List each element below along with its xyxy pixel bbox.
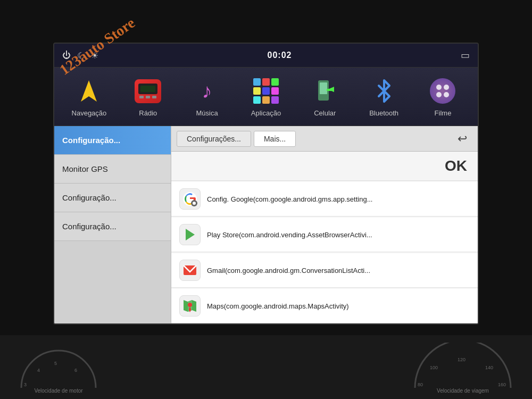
sidebar-item-label-0: Configuração... xyxy=(62,136,120,145)
back-button[interactable]: ↩ xyxy=(452,132,472,146)
sidebar-item-label-2: Configuração... xyxy=(62,193,117,202)
svg-text:6: 6 xyxy=(74,368,77,373)
power-icon: ⏻ xyxy=(62,51,71,60)
app-name-2: Gmail(com.google.android.gm.Conversation… xyxy=(207,267,370,275)
status-bar: ⏻ ☾ ☀ 00:02 ▭ xyxy=(54,44,478,68)
play-store-icon xyxy=(179,224,201,245)
app-name-0: Config. Google(com.google.android.gms.ap… xyxy=(207,195,372,203)
sidebar-item-1[interactable]: Monitor GPS xyxy=(54,155,171,184)
app-name-1: Play Store(com.android.vending.AssetBrow… xyxy=(207,231,372,239)
maps-icon xyxy=(179,295,201,317)
svg-rect-4 xyxy=(327,89,334,91)
ok-button[interactable]: OK xyxy=(445,157,467,174)
nav-label-radio: Rádio xyxy=(139,109,157,117)
nav-item-app[interactable]: Aplicação xyxy=(242,77,290,117)
svg-rect-8 xyxy=(194,201,195,202)
bluetooth-icon xyxy=(369,77,398,106)
sidebar: Configuração... Monitor GPS Configuração… xyxy=(54,126,171,323)
svg-marker-12 xyxy=(186,229,195,240)
sidebar-item-3[interactable]: Configuração... xyxy=(54,212,171,241)
svg-text:120: 120 xyxy=(458,357,466,362)
nav-label-bluetooth: Bluetooth xyxy=(369,109,398,117)
svg-text:140: 140 xyxy=(485,365,493,370)
svg-rect-10 xyxy=(192,203,193,204)
svg-text:160: 160 xyxy=(498,382,506,387)
battery-icon: ▭ xyxy=(461,49,470,61)
moon-icon: ☾ xyxy=(77,51,85,61)
gmail-icon xyxy=(179,260,201,281)
svg-rect-2 xyxy=(320,82,327,94)
nav-item-bluetooth[interactable]: Bluetooth xyxy=(360,77,408,117)
phone-icon xyxy=(310,77,339,106)
svg-text:100: 100 xyxy=(430,365,438,370)
brightness-icon: ☀ xyxy=(91,51,98,61)
svg-text:4: 4 xyxy=(37,368,40,373)
right-panel: Configurações... Mais... ↩ OK xyxy=(171,126,478,323)
right-label: Velocidade de viagem xyxy=(437,388,489,394)
status-icons-left: ⏻ ☾ ☀ xyxy=(62,51,98,61)
nav-bar: Navegação Rádio xyxy=(54,68,478,126)
ok-area: OK xyxy=(171,152,478,181)
google-settings-icon xyxy=(179,188,201,210)
music-icon: ♪ xyxy=(193,77,222,106)
app-icon xyxy=(251,77,280,106)
app-item-0[interactable]: Config. Google(com.google.android.gms.ap… xyxy=(171,182,478,217)
sidebar-item-label-3: Configuração... xyxy=(62,222,117,231)
nav-item-navigation[interactable]: Navegação xyxy=(65,77,113,117)
sidebar-item-0[interactable]: Configuração... xyxy=(54,126,171,155)
nav-item-radio[interactable]: Rádio xyxy=(124,77,172,117)
nav-label-app: Aplicação xyxy=(251,109,281,117)
main-screen: ⏻ ☾ ☀ 00:02 ▭ Navegação xyxy=(53,43,479,325)
app-item-3[interactable]: Maps(com.google.android.maps.MapsActivit… xyxy=(171,289,478,323)
app-item-1[interactable]: Play Store(com.android.vending.AssetBrow… xyxy=(171,218,478,252)
right-speedometer: 80 100 120 140 160 Velocidade de viagem xyxy=(410,343,516,394)
nav-label-music: Música xyxy=(196,109,218,117)
left-speedometer: 3 4 5 6 Velocidade de motor xyxy=(16,343,101,394)
nav-item-phone[interactable]: Celular xyxy=(301,77,349,117)
svg-rect-11 xyxy=(196,203,197,204)
app-name-3: Maps(com.google.android.maps.MapsActivit… xyxy=(207,302,349,310)
film-icon xyxy=(428,77,458,106)
svg-point-16 xyxy=(188,303,192,307)
radio-icon xyxy=(134,77,163,106)
svg-text:80: 80 xyxy=(418,382,423,387)
sidebar-item-2[interactable]: Configuração... xyxy=(54,184,171,212)
svg-text:3: 3 xyxy=(24,382,27,387)
svg-marker-0 xyxy=(81,80,97,102)
nav-item-music[interactable]: ♪ Música xyxy=(183,77,231,117)
app-list: Config. Google(com.google.android.gms.ap… xyxy=(171,181,478,323)
outer-frame: 123auto Store ⏻ ☾ ☀ 00:02 ▭ xyxy=(0,0,532,399)
svg-rect-9 xyxy=(194,205,195,206)
svg-text:5: 5 xyxy=(54,361,57,366)
nav-item-film[interactable]: Filme xyxy=(419,77,467,117)
nav-label-navigation: Navegação xyxy=(72,109,107,117)
navigation-icon xyxy=(74,77,104,106)
nav-label-phone: Celular xyxy=(314,109,336,117)
svg-point-7 xyxy=(193,202,196,205)
tab-configurations[interactable]: Configurações... xyxy=(177,131,251,147)
tabs-bar: Configurações... Mais... ↩ xyxy=(171,126,478,152)
dashboard-area: 3 4 5 6 Velocidade de motor 80 100 120 1… xyxy=(0,335,532,399)
sidebar-item-label-1: Monitor GPS xyxy=(62,164,108,173)
status-time: 00:02 xyxy=(268,51,292,60)
status-right: ▭ xyxy=(461,49,470,61)
tab-mais[interactable]: Mais... xyxy=(254,131,296,147)
left-label: Velocidade de motor xyxy=(34,388,82,394)
nav-label-film: Filme xyxy=(435,109,452,117)
app-item-2[interactable]: Gmail(com.google.android.gm.Conversation… xyxy=(171,253,478,288)
main-content: Configuração... Monitor GPS Configuração… xyxy=(54,126,478,323)
